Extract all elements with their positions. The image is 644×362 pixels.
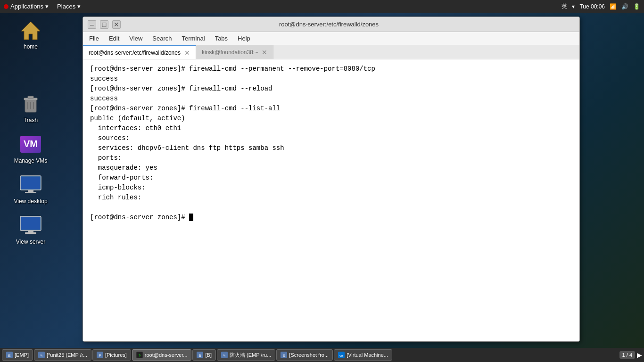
svg-text:✎: ✎ — [223, 354, 226, 357]
taskbar-item-b[interactable]: B [B] — [192, 349, 215, 361]
places-menu[interactable]: Places ▾ — [53, 2, 84, 11]
terminal-titlebar: – □ ✕ root@dns-server:/etc/firewalld/zon… — [83, 17, 579, 32]
redhat-icon — [4, 4, 8, 9]
desktop: Applications ▾ Places ▾ 英 ▾ Tue 00:06 📶 … — [0, 0, 644, 362]
trash-label: Trash — [24, 117, 38, 123]
svg-rect-11 — [28, 190, 33, 192]
tab-kiosk[interactable]: kiosk@foundation38:~ ✕ — [196, 45, 273, 59]
menu-tabs[interactable]: Tabs — [211, 33, 231, 43]
applications-label: Applications — [10, 3, 43, 10]
view-desktop-label: View desktop — [14, 198, 47, 205]
wifi-icon: 📶 — [610, 3, 617, 10]
desktop-icons-container: home Trash — [9, 16, 52, 247]
datetime: Tue 00:06 — [579, 3, 605, 10]
taskbar-item-emp[interactable]: E [EMP] — [2, 349, 33, 361]
view-server-label: View server — [16, 239, 45, 245]
menu-file[interactable]: File — [85, 33, 103, 43]
desktop-icon-manage-vms[interactable]: VM Manage VMs — [9, 131, 52, 166]
places-label: Places — [57, 3, 75, 10]
window-title: root@dns-server:/etc/firewalld/zones — [121, 21, 537, 28]
places-arrow: ▾ — [77, 3, 81, 10]
menu-search[interactable]: Search — [149, 33, 175, 43]
desktop-icon-view-desktop[interactable]: View desktop — [9, 171, 52, 207]
svg-rect-14 — [21, 217, 40, 230]
taskbar-icon-root-dns: $ — [136, 352, 143, 358]
taskbar-label-b: [B] — [205, 352, 211, 358]
tab-root-dns[interactable]: root@dns-server:/etc/firewalld/zones ✕ — [83, 45, 196, 59]
svg-rect-10 — [21, 177, 40, 189]
svg-text:B: B — [199, 354, 201, 358]
battery-icon: 🔋 — [633, 3, 640, 10]
taskbar-item-root-dns[interactable]: $ root@dns-server... — [132, 349, 192, 361]
taskbar-label-unit25: [*unit25 (EMP /r... — [47, 352, 87, 358]
taskbar-icon-pictures: P — [97, 352, 103, 358]
window-controls: – □ ✕ — [88, 20, 121, 29]
desktop-icon-view-server[interactable]: View server — [9, 212, 52, 247]
taskbar-right: 1 / 4 ▶ — [619, 351, 642, 359]
lang-indicator[interactable]: 英 — [561, 2, 567, 10]
svg-rect-3 — [28, 96, 33, 99]
taskbar-label-screenshot: [Screenshot fro... — [289, 352, 329, 358]
svg-marker-0 — [21, 22, 40, 40]
svg-text:✎: ✎ — [40, 354, 43, 357]
taskbar-icon-virtual: VB — [338, 352, 345, 358]
taskbar-label-virtual: [Virtual Machine... — [347, 352, 388, 358]
svg-text:VM: VM — [24, 139, 38, 149]
taskbar-item-pictures[interactable]: P [Pictures] — [92, 349, 131, 361]
trash-icon — [19, 92, 42, 115]
lang-arrow: ▾ — [572, 3, 575, 10]
tab-root-dns-close[interactable]: ✕ — [184, 49, 190, 57]
tab-kiosk-label: kiosk@foundation38:~ — [202, 49, 258, 56]
desktop-icon-trash[interactable]: Trash — [9, 90, 52, 126]
applications-arrow: ▾ — [45, 3, 49, 10]
tab-root-dns-label: root@dns-server:/etc/firewalld/zones — [89, 49, 181, 56]
menu-view[interactable]: View — [125, 33, 146, 43]
svg-rect-15 — [28, 230, 33, 232]
taskbar-next-button[interactable]: ▶ — [637, 351, 642, 359]
taskbar-icon-screenshot: S — [281, 352, 287, 358]
terminal-cursor — [189, 214, 193, 221]
taskbar-label-emp: [EMP] — [15, 352, 29, 358]
svg-text:VB: VB — [339, 354, 343, 357]
terminal-window: – □ ✕ root@dns-server:/etc/firewalld/zon… — [83, 16, 580, 342]
view-server-icon — [19, 214, 42, 237]
tab-kiosk-close[interactable]: ✕ — [262, 49, 267, 56]
close-button[interactable]: ✕ — [112, 20, 121, 29]
taskbar-item-unit25[interactable]: ✎ [*unit25 (EMP /r... — [34, 349, 91, 361]
svg-text:E: E — [8, 354, 10, 358]
volume-icon: 🔊 — [621, 3, 628, 10]
taskbar-label-root-dns: root@dns-server... — [145, 352, 188, 358]
taskbar-icon-unit25: ✎ — [38, 352, 45, 358]
taskbar-icon-firewall: ✎ — [221, 352, 228, 358]
page-indicator[interactable]: 1 / 4 — [619, 351, 635, 359]
svg-rect-12 — [25, 192, 36, 193]
desktop-icon-home[interactable]: home — [9, 16, 52, 52]
maximize-button[interactable]: □ — [100, 20, 108, 29]
menu-terminal[interactable]: Terminal — [178, 33, 209, 43]
svg-text:S: S — [283, 354, 285, 357]
taskbar-icon-emp: E — [6, 352, 13, 358]
vms-icon: VM — [19, 133, 42, 156]
view-desktop-icon — [19, 173, 42, 196]
taskbar: E [EMP] ✎ [*unit25 (EMP /r... P [Picture… — [0, 348, 644, 362]
terminal-tabs: root@dns-server:/etc/firewalld/zones ✕ k… — [83, 45, 579, 59]
taskbar-label-firewall: 防火墙 (EMP /ru... — [230, 352, 271, 359]
applications-menu[interactable]: Applications ▾ — [0, 2, 52, 11]
topbar: Applications ▾ Places ▾ 英 ▾ Tue 00:06 📶 … — [0, 0, 644, 13]
taskbar-label-pictures: [Pictures] — [105, 352, 127, 358]
taskbar-item-screenshot[interactable]: S [Screenshot fro... — [276, 349, 333, 361]
terminal-text: [root@dns-server zones]# firewall-cmd --… — [90, 65, 375, 221]
taskbar-item-firewall[interactable]: ✎ 防火墙 (EMP /ru... — [217, 349, 275, 361]
svg-text:$: $ — [139, 354, 140, 357]
home-icon — [19, 19, 42, 41]
menu-help[interactable]: Help — [234, 33, 254, 43]
manage-vms-label: Manage VMs — [14, 157, 48, 164]
terminal-content[interactable]: [root@dns-server zones]# firewall-cmd --… — [83, 59, 579, 341]
minimize-button[interactable]: – — [88, 20, 96, 29]
home-label: home — [24, 43, 38, 50]
terminal-menubar: File Edit View Search Terminal Tabs Help — [83, 32, 579, 45]
svg-rect-16 — [25, 232, 36, 234]
menu-edit[interactable]: Edit — [105, 33, 123, 43]
taskbar-item-virtual[interactable]: VB [Virtual Machine... — [334, 349, 392, 361]
taskbar-icon-b: B — [197, 352, 203, 358]
